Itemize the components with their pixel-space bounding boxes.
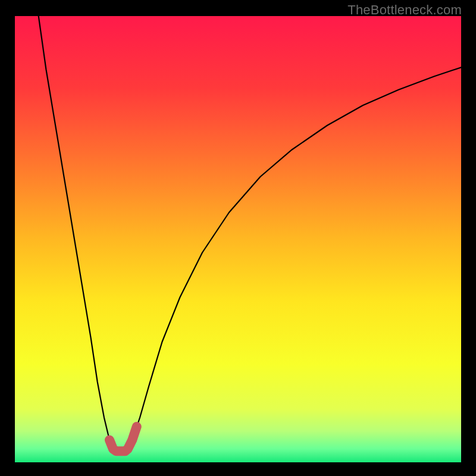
watermark-text: TheBottleneck.com <box>347 2 462 18</box>
plot-area <box>15 16 461 462</box>
curve-layer <box>15 16 461 462</box>
bottleneck-curve <box>39 16 461 451</box>
bottom-highlight <box>109 427 137 451</box>
